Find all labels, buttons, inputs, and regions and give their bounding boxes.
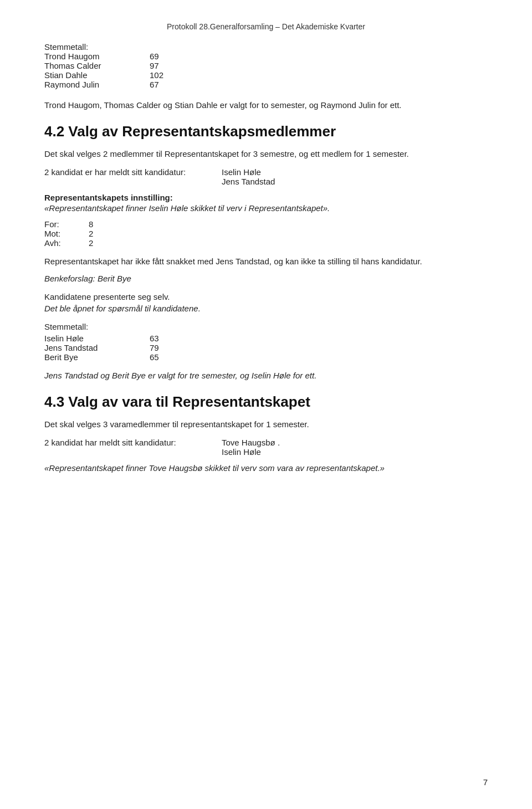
section-42-stemmetall: Stemmetall: Iselin Høle 63 Jens Tandstad…: [44, 322, 488, 362]
section-42-innstilling-quote: «Representantskapet finner Iselin Høle s…: [44, 203, 488, 213]
mot-value: 2: [89, 229, 93, 238]
section-42-innstilling-block: Representantskapets innstilling: «Repres…: [44, 193, 488, 213]
section-42-vote-row-2: Jens Tandstad 79: [44, 343, 488, 352]
prev-candidate-1-name: Trond Haugom: [44, 52, 133, 61]
section-43-description: Det skal velges 3 varamedlemmer til repr…: [44, 419, 488, 429]
page-header: Protokoll 28.Generalforsamling – Det Aka…: [44, 22, 488, 31]
section-43: 4.3 Valg av vara til Representantskapet …: [44, 393, 488, 473]
avh-label: Avh:: [44, 238, 78, 248]
section-42-candidate-2: Jens Tandstad: [222, 177, 275, 186]
section-42-candidates-intro: 2 kandidat er har meldt sitt kandidatur:: [44, 167, 222, 186]
prev-candidate-3-name: Stian Dahle: [44, 70, 133, 80]
section-42-vote-results: For: 8 Mot: 2 Avh: 2: [44, 219, 488, 248]
page-title: Protokoll 28.Generalforsamling – Det Aka…: [167, 22, 365, 31]
opened-for-questions-text: Det ble åpnet for spørsmål til kandidate…: [44, 304, 488, 313]
section-42-names-col: Iselin Høle Jens Tandstad: [222, 167, 275, 186]
prev-candidate-2-votes: 97: [150, 61, 172, 70]
vote-for-row: For: 8: [44, 219, 488, 229]
benkeforslag-label: Benkeforslag:: [44, 274, 95, 283]
prev-vote-row-2: Thomas Calder 97: [44, 61, 488, 70]
section-42-final-statement: Jens Tandstad og Berit Bye er valgt for …: [44, 371, 488, 380]
section-43-heading: 4.3 Valg av vara til Representantskapet: [44, 393, 488, 411]
section-42-stemme-3-name: Berit Bye: [44, 352, 133, 362]
prev-elected-statement: Trond Haugom, Thomas Calder og Stian Dah…: [44, 100, 488, 110]
prev-candidate-2-name: Thomas Calder: [44, 61, 133, 70]
section-43-candidate-1: Tove Haugsbø .: [222, 438, 280, 447]
candidates-present-text: Kandidatene presenterte seg selv.: [44, 292, 488, 301]
prev-stemmetall-label: Stemmetall:: [44, 42, 488, 52]
section-42: 4.2 Valg av Representantskapsmedlemmer D…: [44, 123, 488, 380]
section-42-candidates-row: 2 kandidat er har meldt sitt kandidatur:…: [44, 167, 488, 186]
mot-label: Mot:: [44, 229, 78, 238]
prev-vote-row-1: Trond Haugom 69: [44, 52, 488, 61]
section-42-description: Det skal velges 2 medlemmer til Represen…: [44, 149, 488, 158]
for-value: 8: [89, 219, 93, 229]
section-43-candidates-block: 2 kandidat har meldt sitt kandidatur: To…: [44, 438, 488, 457]
avh-value: 2: [89, 238, 93, 248]
section-43-innstilling-quote: «Representantskapet finner Tove Haugsbø …: [44, 463, 488, 473]
for-label: For:: [44, 219, 78, 229]
benkeforslag-block: Benkeforslag: Berit Bye: [44, 274, 488, 283]
section-42-heading: 4.2 Valg av Representantskapsmedlemmer: [44, 123, 488, 140]
vote-mot-row: Mot: 2: [44, 229, 488, 238]
section-42-vote-row-3: Berit Bye 65: [44, 352, 488, 362]
vote-avh-row: Avh: 2: [44, 238, 488, 248]
section-42-note: Representantskapet har ikke fått snakket…: [44, 257, 488, 266]
section-42-stemme-1-votes: 63: [150, 334, 172, 343]
section-42-stemmetall-label: Stemmetall:: [44, 322, 488, 331]
prev-vote-row-4: Raymond Julin 67: [44, 80, 488, 89]
prev-candidate-4-votes: 67: [150, 80, 172, 89]
section-42-stemme-1-name: Iselin Høle: [44, 334, 133, 343]
section-43-names-col: Tove Haugsbø . Iselin Høle: [222, 438, 280, 457]
benkeforslag-name: Berit Bye: [98, 274, 131, 283]
prev-candidate-1-votes: 69: [150, 52, 172, 61]
prev-vote-row-3: Stian Dahle 102: [44, 70, 488, 80]
section-42-candidate-1: Iselin Høle: [222, 167, 275, 177]
section-43-candidates-row: 2 kandidat har meldt sitt kandidatur: To…: [44, 438, 488, 457]
prev-stemmetall-section: Stemmetall: Trond Haugom 69 Thomas Calde…: [44, 42, 488, 89]
section-42-note-text: Representantskapet har ikke fått snakket…: [44, 257, 422, 266]
section-43-candidate-2: Iselin Høle: [222, 447, 280, 457]
section-42-candidates-block: 2 kandidat er har meldt sitt kandidatur:…: [44, 167, 488, 186]
section-43-candidates-intro: 2 kandidat har meldt sitt kandidatur:: [44, 438, 222, 457]
section-42-stemme-2-name: Jens Tandstad: [44, 343, 133, 352]
prev-candidate-3-votes: 102: [150, 70, 172, 80]
prev-candidate-4-name: Raymond Julin: [44, 80, 133, 89]
page-number: 7: [483, 777, 488, 787]
section-42-innstilling-title: Representantskapets innstilling:: [44, 193, 488, 202]
section-42-vote-row-1: Iselin Høle 63: [44, 334, 488, 343]
section-42-stemme-3-votes: 65: [150, 352, 172, 362]
section-42-stemme-2-votes: 79: [150, 343, 172, 352]
